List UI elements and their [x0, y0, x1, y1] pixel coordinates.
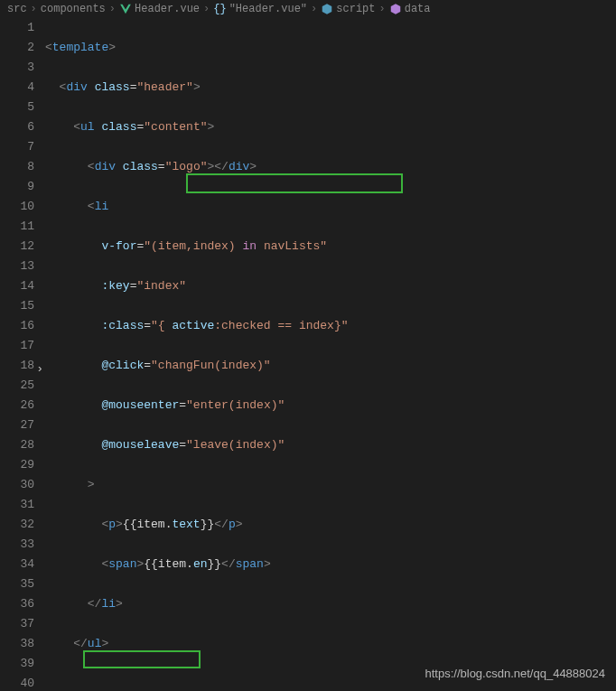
code-line[interactable]: @mouseenter="enter(index)"	[45, 396, 616, 416]
code-editor[interactable]: 1 2 3 4 5 6 7 8 9 10 11 12 13 14 15 16 1…	[0, 18, 616, 689]
line-gutter: 1 2 3 4 5 6 7 8 9 10 11 12 13 14 15 16 1…	[0, 18, 45, 689]
fold-collapsed-icon[interactable]: ›	[33, 360, 43, 370]
braces-icon: {}	[213, 3, 226, 15]
breadcrumb-sym1[interactable]: {} "Header.vue"	[213, 3, 307, 15]
line-number: 31	[0, 495, 34, 515]
code-line[interactable]: :key="index"	[45, 276, 616, 296]
breadcrumb-file[interactable]: Header.vue	[119, 3, 200, 15]
code-line[interactable]: @mouseleave="leave(index)"	[45, 435, 616, 455]
line-number: 36	[0, 594, 34, 614]
line-number: 12	[0, 237, 34, 257]
line-number: 4	[0, 78, 34, 98]
chevron-right-icon: ›	[109, 3, 116, 15]
code-line[interactable]: >	[45, 475, 616, 495]
cube-icon	[389, 3, 402, 15]
line-number: 37	[0, 614, 34, 634]
line-number: 38	[0, 634, 34, 654]
breadcrumb-script[interactable]: script	[321, 3, 375, 15]
code-line[interactable]: <div class="logo"></div>	[45, 157, 616, 177]
line-number: 5	[0, 98, 34, 117]
line-number: 33	[0, 535, 34, 555]
line-number: 39	[0, 654, 34, 674]
line-number: 7	[0, 137, 34, 157]
code-line[interactable]: :class="{ active:checked == index}"	[45, 316, 616, 336]
code-line[interactable]: @click="changFun(index)"	[45, 356, 616, 376]
line-number: 29	[0, 455, 34, 475]
line-number: 16	[0, 316, 34, 336]
chevron-right-icon: ›	[31, 3, 37, 15]
breadcrumb-data[interactable]: data	[389, 3, 431, 15]
line-number: 3	[0, 58, 34, 78]
line-number: 11	[0, 217, 34, 237]
cube-icon	[321, 3, 333, 15]
code-line[interactable]: <li	[45, 197, 616, 217]
line-number: 26	[0, 396, 34, 416]
code-line[interactable]: </ul>	[45, 634, 616, 654]
chevron-right-icon: ›	[311, 3, 317, 15]
line-number: 1	[0, 18, 34, 38]
chevron-right-icon: ›	[203, 3, 210, 15]
line-number: 14	[0, 276, 34, 296]
code-line[interactable]: <ul class="content">	[45, 117, 616, 137]
code-line[interactable]: <p>{{item.text}}</p>	[45, 515, 616, 535]
line-number: 30	[0, 475, 34, 495]
line-number: 6	[0, 117, 34, 137]
code-line[interactable]: <span>{{item.en}}</span>	[45, 555, 616, 574]
line-number: 8	[0, 157, 34, 177]
line-number: 40	[0, 674, 34, 691]
watermark: https://blog.csdn.net/qq_44888024	[425, 667, 606, 680]
code-line[interactable]: <template>	[45, 38, 616, 58]
breadcrumb: src › components › Header.vue › {} "Head…	[0, 0, 616, 18]
code-line[interactable]: </li>	[45, 594, 616, 614]
line-number: 25	[0, 376, 34, 396]
code-line[interactable]: <div class="header">	[45, 78, 616, 98]
line-number: 27	[0, 416, 34, 435]
vue-icon	[119, 3, 132, 15]
line-number: 35	[0, 574, 34, 594]
line-number: 15	[0, 296, 34, 316]
line-number: 18›	[0, 356, 34, 376]
code-content[interactable]: <template> <div class="header"> <ul clas…	[45, 18, 616, 689]
code-line[interactable]: v-for="(item,index) in navLists"	[45, 237, 616, 257]
line-number: 34	[0, 555, 34, 574]
chevron-right-icon: ›	[379, 3, 386, 15]
line-number: 28	[0, 435, 34, 455]
line-number: 9	[0, 177, 34, 197]
line-number: 17	[0, 336, 34, 356]
line-number: 13	[0, 257, 34, 276]
breadcrumb-src[interactable]: src	[7, 3, 27, 15]
line-number: 10	[0, 197, 34, 217]
breadcrumb-components[interactable]: components	[41, 3, 106, 15]
line-number: 32	[0, 515, 34, 535]
line-number: 2	[0, 38, 34, 58]
